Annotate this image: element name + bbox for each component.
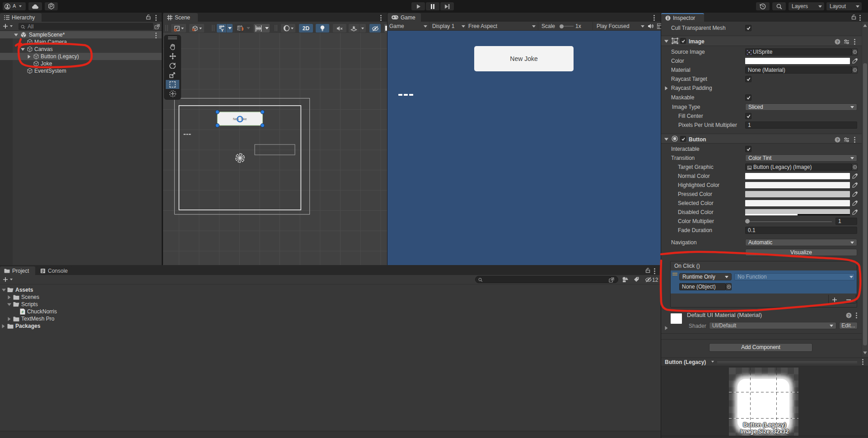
svg-text:Y: Y: [221, 28, 224, 32]
svg-text:?: ?: [836, 138, 839, 142]
svg-text:?: ?: [848, 313, 850, 318]
svg-text:?: ?: [836, 40, 839, 44]
svg-text:#: #: [21, 310, 23, 314]
